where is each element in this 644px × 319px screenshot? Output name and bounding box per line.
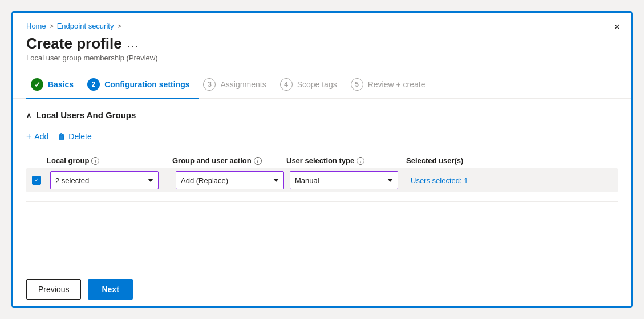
section-header: ∧ Local Users And Groups bbox=[26, 110, 618, 120]
close-button[interactable]: × bbox=[614, 22, 620, 32]
title-row: Create profile ... bbox=[26, 35, 618, 53]
tab-config-label: Configuration settings bbox=[104, 80, 189, 89]
tab-review-create[interactable]: 5 Review + create bbox=[346, 74, 435, 99]
selected-users-value[interactable]: Users selected: 1 bbox=[406, 174, 618, 187]
tab-review-step: 5 bbox=[355, 80, 359, 88]
tab-review-circle: 5 bbox=[351, 78, 363, 91]
section-chevron[interactable]: ∧ bbox=[26, 111, 31, 119]
table-header: Local group i Group and user action i Us… bbox=[26, 153, 618, 168]
more-options-icon[interactable]: ... bbox=[128, 38, 140, 50]
breadcrumb: Home > Endpoint security > bbox=[26, 22, 618, 30]
tab-review-label: Review + create bbox=[368, 80, 426, 89]
tab-assignments-label: Assignments bbox=[220, 80, 266, 89]
modal-footer: Previous Next bbox=[13, 272, 631, 306]
modal-container: Home > Endpoint security > Create profil… bbox=[11, 11, 633, 308]
row-checkbox[interactable] bbox=[26, 176, 47, 185]
delete-label: Delete bbox=[68, 132, 91, 141]
delete-icon: 🗑 bbox=[58, 132, 66, 141]
tab-config-circle: 2 bbox=[87, 78, 100, 91]
table-row: 2 selected Add (Replace) Manual Users se… bbox=[26, 168, 618, 192]
breadcrumb-home[interactable]: Home bbox=[26, 22, 46, 30]
content-area: ∧ Local Users And Groups + Add 🗑 Delete … bbox=[13, 99, 631, 272]
user-selection-type-dropdown[interactable]: Manual bbox=[290, 171, 398, 189]
local-group-cell: 2 selected bbox=[47, 169, 172, 192]
local-group-info-icon[interactable]: i bbox=[91, 157, 99, 165]
checkbox-checked-icon[interactable] bbox=[32, 176, 41, 185]
page-subtitle: Local user group membership (Preview) bbox=[26, 54, 618, 62]
breadcrumb-endpoint-security[interactable]: Endpoint security bbox=[57, 22, 114, 30]
user-selection-type-cell: Manual bbox=[286, 169, 406, 192]
tab-assignments-step: 3 bbox=[208, 80, 212, 88]
modal-header: Home > Endpoint security > Create profil… bbox=[13, 13, 631, 67]
next-button[interactable]: Next bbox=[88, 279, 132, 300]
tab-basics-circle: ✓ bbox=[31, 78, 43, 91]
page-title: Create profile bbox=[26, 35, 122, 53]
delete-button[interactable]: 🗑 Delete bbox=[58, 130, 91, 143]
tab-basics[interactable]: ✓ Basics bbox=[26, 74, 83, 99]
section-title: Local Users And Groups bbox=[36, 110, 136, 120]
tab-scope-label: Scope tags bbox=[297, 80, 337, 89]
tabs-navigation: ✓ Basics 2 Configuration settings 3 Assi… bbox=[13, 67, 631, 99]
tab-config-step: 2 bbox=[92, 80, 96, 88]
group-user-action-dropdown[interactable]: Add (Replace) bbox=[176, 171, 284, 189]
add-button[interactable]: + Add bbox=[26, 129, 48, 144]
local-group-dropdown[interactable]: 2 selected bbox=[50, 171, 159, 189]
group-user-action-info-icon[interactable]: i bbox=[254, 157, 262, 165]
col-group-user-action: Group and user action i bbox=[172, 156, 286, 165]
col-selected-users-label: Selected user(s) bbox=[406, 156, 463, 165]
group-user-action-cell: Add (Replace) bbox=[172, 169, 286, 192]
tab-config-settings[interactable]: 2 Configuration settings bbox=[83, 74, 199, 99]
breadcrumb-sep2: > bbox=[117, 22, 121, 30]
breadcrumb-sep1: > bbox=[50, 22, 54, 30]
col-local-group: Local group i bbox=[47, 156, 172, 165]
col-local-group-label: Local group bbox=[47, 156, 89, 165]
col-user-selection-type: User selection type i bbox=[286, 156, 406, 165]
add-icon: + bbox=[26, 131, 31, 142]
user-selection-type-info-icon[interactable]: i bbox=[357, 157, 364, 165]
tab-assignments-circle: 3 bbox=[203, 78, 216, 91]
add-label: Add bbox=[34, 132, 48, 141]
data-table: Local group i Group and user action i Us… bbox=[26, 153, 618, 192]
tab-assignments[interactable]: 3 Assignments bbox=[199, 74, 275, 99]
tab-scope-tags[interactable]: 4 Scope tags bbox=[276, 74, 346, 99]
col-group-user-action-label: Group and user action bbox=[172, 156, 252, 165]
previous-button[interactable]: Previous bbox=[26, 279, 81, 300]
tab-scope-circle: 4 bbox=[280, 78, 293, 91]
toolbar: + Add 🗑 Delete bbox=[26, 129, 618, 144]
col-selected-users: Selected user(s) bbox=[406, 156, 618, 165]
col-user-selection-type-label: User selection type bbox=[286, 156, 354, 165]
tab-basics-label: Basics bbox=[48, 80, 74, 89]
content-divider bbox=[26, 201, 618, 202]
tab-scope-step: 4 bbox=[284, 80, 288, 88]
